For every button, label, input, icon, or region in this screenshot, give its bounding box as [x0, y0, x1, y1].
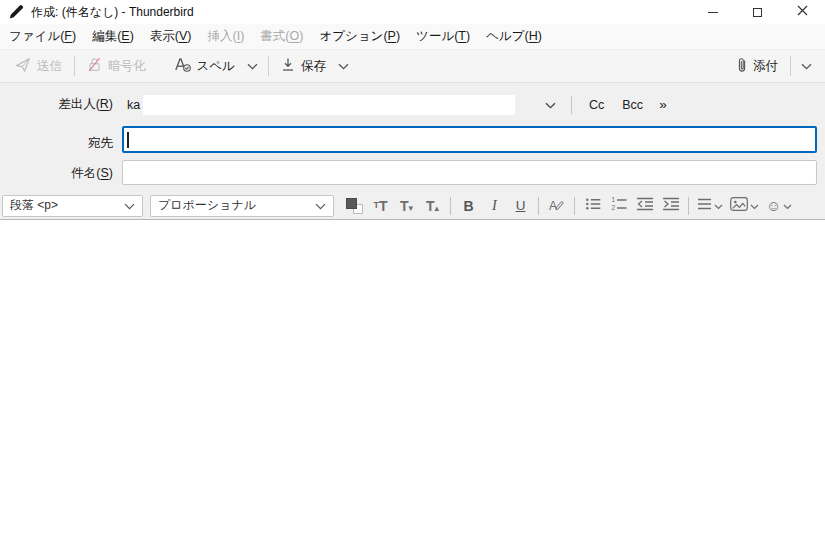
bullet-list-button[interactable] — [580, 194, 605, 218]
message-headers: 差出人(R) ka Cc Bcc » 宛先 件名(S) — [0, 83, 825, 192]
svg-text:1: 1 — [611, 197, 615, 203]
from-value: ka — [122, 98, 143, 112]
font-select[interactable]: プロポーショナル — [150, 195, 334, 217]
chevron-down-icon — [783, 199, 792, 213]
paragraph-select[interactable]: 段落 <p> — [2, 195, 143, 217]
chevron-down-icon — [315, 199, 326, 213]
from-input[interactable] — [143, 95, 515, 115]
close-icon — [797, 5, 808, 19]
alignment-button[interactable] — [694, 194, 726, 218]
menu-view[interactable]: 表示(V) — [142, 24, 200, 49]
window-controls — [690, 0, 825, 24]
italic-button[interactable]: I — [482, 194, 507, 218]
toolbar-separator — [74, 56, 75, 76]
color-swatch-icon — [346, 198, 363, 214]
send-label: 送信 — [37, 58, 62, 75]
svg-text:A: A — [549, 198, 557, 212]
compose-toolbar: 送信 暗号化 スペル 保存 添付 — [0, 50, 825, 83]
smiley-button[interactable]: ☺ — [763, 194, 795, 218]
subject-input[interactable] — [122, 160, 817, 185]
lock-slash-icon — [87, 57, 102, 75]
from-dropdown-button[interactable] — [537, 94, 563, 115]
attach-label: 添付 — [753, 58, 778, 75]
insert-image-button[interactable] — [727, 194, 762, 218]
toolbar-separator — [268, 56, 269, 76]
format-toolbar: 段落 <p> プロポーショナル TT T▾ T▴ B I U A — [0, 192, 825, 220]
attach-button[interactable]: 添付 — [730, 53, 785, 80]
increase-font-size-button[interactable]: T▴ — [420, 194, 445, 218]
chevron-down-icon — [545, 98, 556, 112]
subject-label: 件名(S) — [0, 165, 113, 182]
menu-file[interactable]: ファイル(F) — [1, 24, 84, 49]
indent-button[interactable] — [658, 194, 683, 218]
align-icon — [697, 198, 712, 213]
save-button[interactable]: 保存 — [274, 53, 333, 79]
from-combobox[interactable]: ka — [122, 94, 515, 115]
menu-help[interactable]: ヘルプ(H) — [478, 24, 550, 49]
encrypt-button: 暗号化 — [80, 53, 153, 79]
numbered-list-icon: 12 — [611, 197, 627, 214]
font-select-value: プロポーショナル — [158, 197, 256, 214]
chevron-down-icon — [801, 59, 812, 73]
maximize-button[interactable] — [735, 0, 780, 24]
increase-font-size-icon: T▴ — [426, 198, 439, 214]
save-label: 保存 — [301, 58, 326, 75]
decrease-font-size-button[interactable]: T▾ — [394, 194, 419, 218]
chevron-down-icon — [338, 59, 349, 73]
to-input[interactable] — [122, 126, 817, 153]
image-icon — [730, 197, 748, 214]
decrease-font-size-icon: T▾ — [400, 198, 413, 214]
more-recipients-button[interactable]: » — [652, 95, 674, 114]
maximize-icon — [753, 8, 762, 17]
underline-button[interactable]: U — [508, 194, 533, 218]
menu-options[interactable]: オプション(P) — [311, 24, 408, 49]
menu-format: 書式(O) — [252, 24, 311, 49]
chevron-down-icon — [124, 199, 135, 213]
titlebar: 作成: (件名なし) - Thunderbird — [0, 0, 825, 24]
remove-styling-button[interactable]: A — [544, 194, 569, 218]
outdent-button[interactable] — [632, 194, 657, 218]
send-icon — [15, 57, 31, 76]
close-button[interactable] — [780, 0, 825, 24]
format-separator — [574, 197, 575, 215]
minimize-button[interactable] — [690, 0, 735, 24]
bold-button[interactable]: B — [456, 194, 481, 218]
cc-button[interactable]: Cc — [580, 96, 613, 114]
minimize-icon — [708, 12, 718, 13]
outdent-icon — [636, 197, 654, 214]
save-dropdown-button[interactable] — [333, 55, 354, 77]
chevron-down-icon — [247, 59, 258, 73]
send-button: 送信 — [8, 53, 69, 80]
text-color-button[interactable] — [342, 194, 367, 218]
spellcheck-icon — [174, 57, 191, 75]
to-label: 宛先 — [0, 135, 113, 152]
bullet-list-icon — [585, 197, 601, 214]
header-separator — [571, 96, 572, 114]
spell-label: スペル — [197, 58, 235, 75]
message-body[interactable] — [0, 220, 825, 550]
pencil-icon — [9, 5, 23, 19]
compose-window: 作成: (件名なし) - Thunderbird ファイル(F) 編集(E) 表… — [0, 0, 825, 550]
menubar: ファイル(F) 編集(E) 表示(V) 挿入(I) 書式(O) オプション(P)… — [0, 24, 825, 50]
subject-row: 件名(S) — [0, 160, 817, 187]
chevron-down-icon — [750, 199, 759, 213]
numbered-list-button[interactable]: 12 — [606, 194, 631, 218]
bcc-button[interactable]: Bcc — [613, 96, 652, 114]
text-caret — [127, 132, 129, 148]
format-separator — [450, 197, 451, 215]
format-separator — [688, 197, 689, 215]
spell-dropdown-button[interactable] — [242, 55, 263, 77]
chevron-down-icon — [714, 199, 723, 213]
from-row: 差出人(R) ka Cc Bcc » — [0, 94, 817, 115]
font-size-button[interactable]: TT — [368, 194, 393, 218]
menu-edit[interactable]: 編集(E) — [84, 24, 142, 49]
from-label: 差出人(R) — [0, 96, 113, 113]
save-icon — [281, 57, 295, 75]
attach-dropdown-button[interactable] — [796, 55, 817, 77]
paperclip-icon — [737, 57, 747, 76]
paragraph-select-value: 段落 <p> — [10, 197, 58, 214]
spell-button[interactable]: スペル — [167, 53, 242, 79]
window-title: 作成: (件名なし) - Thunderbird — [31, 4, 194, 21]
menu-tools[interactable]: ツール(T) — [408, 24, 478, 49]
encrypt-label: 暗号化 — [108, 58, 146, 75]
